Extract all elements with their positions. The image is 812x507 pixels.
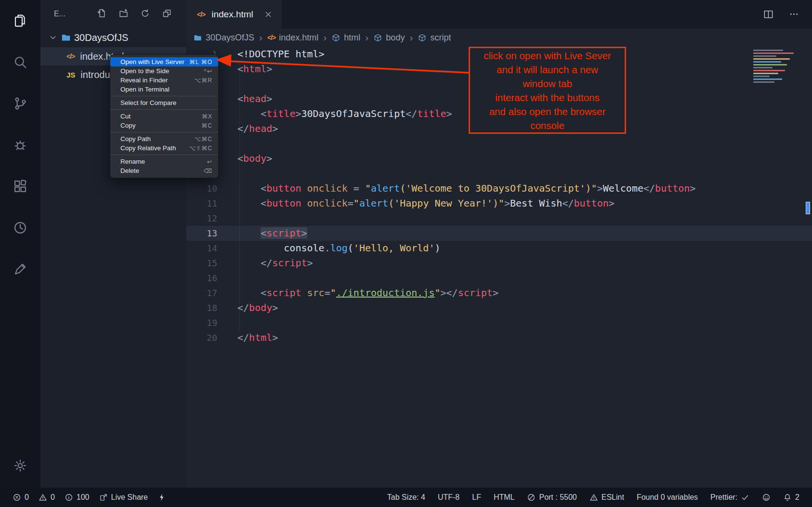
status-bar: 00100Live Share Tab Size: 4UTF-8LFHTMLPo… xyxy=(0,488,812,507)
error-icon xyxy=(13,493,21,502)
status-0[interactable]: 0 xyxy=(39,493,55,502)
close-icon[interactable] xyxy=(263,10,273,19)
sidebar-action-refresh[interactable] xyxy=(140,8,150,20)
status-lf[interactable]: LF xyxy=(472,493,481,502)
status-label: LF xyxy=(472,493,481,502)
breadcrumb-separator-icon: › xyxy=(259,32,262,43)
menu-shortcut: ↩ xyxy=(207,158,212,165)
flash-icon xyxy=(157,493,166,502)
menu-item-reveal-in-finder[interactable]: Reveal in Finder⌥⌘R xyxy=(110,76,218,85)
menu-item-open-in-terminal[interactable]: Open in Terminal xyxy=(110,85,218,94)
status-label: 2 xyxy=(795,493,799,502)
breadcrumb-body[interactable]: body xyxy=(373,33,405,43)
menu-divider xyxy=(110,155,218,155)
menu-item-open-to-the-side[interactable]: Open to the Side^↩ xyxy=(110,66,218,76)
status-live-share[interactable]: Live Share xyxy=(99,493,148,502)
status-found-0-variables[interactable]: Found 0 variables xyxy=(637,493,698,502)
explorer-actions xyxy=(97,8,172,20)
breadcrumb-separator-icon: › xyxy=(323,32,327,43)
status-label: ESLint xyxy=(602,493,624,502)
code-text: </script> xyxy=(217,256,313,271)
sidebar-action-collapse-all[interactable] xyxy=(162,8,172,20)
crumb-label: script xyxy=(430,33,451,43)
activity-history[interactable] xyxy=(13,220,28,235)
menu-shortcut: ^↩ xyxy=(204,68,212,75)
sidebar-action-new-file[interactable] xyxy=(97,8,107,20)
status-smiley[interactable] xyxy=(762,493,771,502)
activity-extensions[interactable] xyxy=(13,179,28,194)
code-text: </html> xyxy=(217,330,278,345)
status-0[interactable]: 0 xyxy=(13,493,29,502)
line-number: 18 xyxy=(186,300,217,315)
status-label: HTML xyxy=(494,493,515,502)
split-editor-icon[interactable] xyxy=(763,9,774,20)
status-100[interactable]: 100 xyxy=(65,493,90,502)
minimap-line xyxy=(753,67,773,68)
explorer-icon xyxy=(13,13,28,28)
code-file-icon: </> xyxy=(197,11,205,18)
activity-explorer[interactable] xyxy=(13,13,28,28)
status-2[interactable]: 2 xyxy=(783,493,799,502)
menu-item-cut[interactable]: Cut⌘X xyxy=(110,112,218,121)
annotation-text: interact with the buttons xyxy=(495,91,600,104)
activity-debug[interactable] xyxy=(13,137,28,153)
code-text: <script src="./introduction.js"></script… xyxy=(217,286,498,300)
scrollbar-marker[interactable] xyxy=(806,202,810,214)
status-port-5500[interactable]: Port : 5500 xyxy=(527,493,576,502)
code-line-9: 9 xyxy=(186,166,812,181)
breadcrumb-30daysofjs[interactable]: 30DaysOfJS xyxy=(193,33,254,43)
activity-feedback[interactable] xyxy=(13,261,28,277)
check-icon xyxy=(741,493,749,502)
code-file-icon: </> xyxy=(267,34,275,41)
menu-item-label: Reveal in Finder xyxy=(120,77,168,84)
explorer-title: E... xyxy=(54,10,65,18)
code-text: <script> xyxy=(217,226,307,241)
breadcrumb-html[interactable]: html xyxy=(331,33,360,43)
minimap-line xyxy=(753,58,790,60)
tab-bar: </> index.html xyxy=(186,0,812,28)
menu-item-copy-relative-path[interactable]: Copy Relative Path⌥⇧⌘C xyxy=(110,143,218,153)
code-text xyxy=(217,166,237,181)
activity-source-control[interactable] xyxy=(13,96,28,111)
menu-item-open-with-live-server[interactable]: Open with Live Server⌘L ⌘O xyxy=(110,57,218,66)
menu-item-copy-path[interactable]: Copy Path⌥⌘C xyxy=(110,134,218,143)
menu-item-label: Copy xyxy=(120,122,136,129)
minimap[interactable] xyxy=(753,50,803,83)
menu-item-delete[interactable]: Delete⌫ xyxy=(110,166,218,175)
code-text: </body> xyxy=(217,300,278,315)
folder-icon xyxy=(61,32,71,43)
activity-settings[interactable] xyxy=(13,458,28,473)
status-label: Live Share xyxy=(111,493,148,502)
cube-icon xyxy=(373,33,382,42)
status-html[interactable]: HTML xyxy=(494,493,515,502)
code-text xyxy=(217,77,237,91)
status-tab-size-4[interactable]: Tab Size: 4 xyxy=(387,493,425,502)
status-eslint[interactable]: ESLint xyxy=(589,493,624,502)
code-text: <title>30DaysOfJavaScript</title> xyxy=(217,106,452,121)
status-flash[interactable] xyxy=(157,493,166,502)
menu-item-rename[interactable]: Rename↩ xyxy=(110,157,218,166)
html-file-icon: </> xyxy=(66,52,75,60)
activity-search[interactable] xyxy=(13,54,28,70)
menu-item-copy[interactable]: Copy⌘C xyxy=(110,121,218,130)
menu-shortcut: ⌫ xyxy=(204,168,212,174)
minimap-line xyxy=(753,73,778,74)
status-utf-8[interactable]: UTF-8 xyxy=(438,493,459,502)
activity-bar-items xyxy=(13,13,28,277)
new-file-icon xyxy=(97,8,107,18)
menu-item-label: Cut xyxy=(120,113,131,120)
more-actions-icon[interactable] xyxy=(788,9,799,20)
tree-root-30daysofjs[interactable]: 30DaysOfJS xyxy=(40,28,186,47)
code-line-11: 11 <button onclick="alert('Happy New Yea… xyxy=(186,196,812,211)
status-prettier[interactable]: Prettier: xyxy=(710,493,749,502)
breadcrumb-script[interactable]: script xyxy=(418,33,451,43)
tab-index-html[interactable]: </> index.html xyxy=(186,0,282,28)
code-line-17: 17 <script src="./introduction.js"></scr… xyxy=(186,286,812,300)
breadcrumb-index-html[interactable]: </>index.html xyxy=(267,33,318,43)
sidebar-action-new-folder[interactable] xyxy=(118,8,129,20)
status-label: 100 xyxy=(77,493,90,502)
code-line-12: 12 xyxy=(186,211,812,226)
menu-item-select-for-compare[interactable]: Select for Compare xyxy=(110,98,218,107)
annotation-text: console xyxy=(530,118,564,132)
code-text: </head> xyxy=(217,121,278,136)
